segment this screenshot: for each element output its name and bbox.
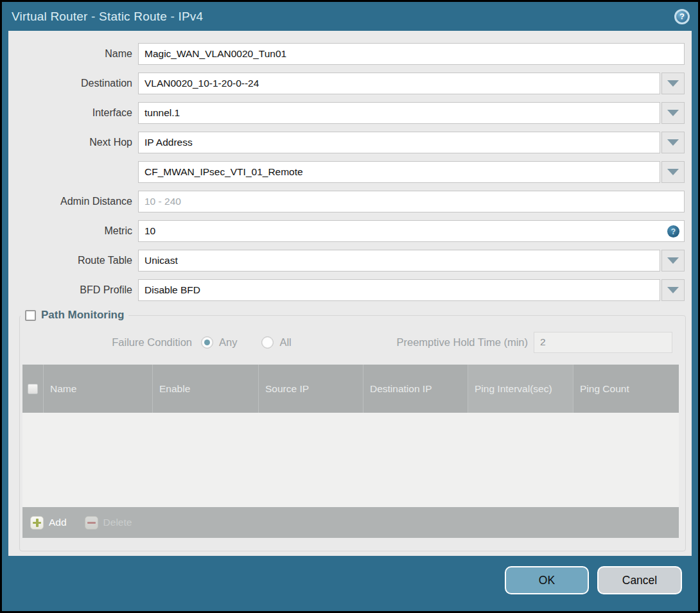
interface-input[interactable]: [138, 102, 660, 124]
path-monitoring-checkbox[interactable]: [25, 310, 36, 321]
add-button[interactable]: Add: [30, 516, 67, 530]
next-hop-dropdown-button[interactable]: [661, 132, 685, 153]
failure-condition-any-radio[interactable]: [201, 336, 213, 349]
cancel-button[interactable]: Cancel: [597, 566, 682, 594]
chevron-down-icon: [667, 139, 679, 146]
bfd-profile-dropdown-button[interactable]: [661, 279, 685, 301]
add-button-label: Add: [49, 517, 67, 528]
interface-row: Interface: [8, 102, 692, 124]
bfd-profile-fieldwrap: [138, 279, 685, 301]
chevron-down-icon: [667, 80, 679, 87]
minus-icon: [85, 516, 98, 530]
failure-condition-all-radio[interactable]: [261, 336, 274, 349]
column-header-enable[interactable]: Enable: [152, 365, 258, 413]
destination-fieldwrap: [138, 73, 685, 94]
chevron-down-icon: [667, 110, 679, 116]
metric-label: Metric: [8, 225, 138, 237]
route-table-fieldwrap: [138, 250, 685, 272]
next-hop-address-input[interactable]: [138, 161, 660, 183]
dialog-titlebar: Virtual Router - Static Route - IPv4 ?: [2, 2, 698, 31]
dialog-body: Name Destination Interface Next Hop: [8, 31, 692, 556]
next-hop-row: Next Hop: [8, 132, 692, 153]
help-icon[interactable]: ?: [674, 9, 690, 24]
route-table-dropdown-button[interactable]: [661, 250, 685, 272]
failure-condition-any-label: Any: [219, 336, 237, 349]
preemptive-hold-time-input: [534, 332, 672, 353]
dialog-title: Virtual Router - Static Route - IPv4: [12, 10, 203, 24]
admin-distance-label: Admin Distance: [8, 196, 138, 207]
metric-fieldwrap: ?: [138, 220, 685, 242]
failure-condition-all-label: All: [279, 336, 291, 349]
column-header-ping-interval[interactable]: Ping Interval(sec): [468, 365, 573, 413]
static-route-dialog: Virtual Router - Static Route - IPv4 ? N…: [2, 2, 698, 611]
failure-condition-label: Failure Condition: [20, 336, 192, 349]
next-hop-address-fieldwrap: [138, 161, 685, 183]
delete-button[interactable]: Delete: [85, 516, 132, 530]
next-hop-address-dropdown-button[interactable]: [661, 161, 685, 183]
next-hop-label: Next Hop: [8, 137, 138, 148]
metric-info-icon[interactable]: ?: [667, 225, 679, 237]
column-header-source-ip[interactable]: Source IP: [258, 365, 363, 413]
interface-dropdown-button[interactable]: [661, 102, 685, 124]
preemptive-hold-time-label: Preemptive Hold Time (min): [397, 336, 534, 349]
route-table-label: Route Table: [8, 255, 138, 266]
name-row: Name: [8, 43, 692, 65]
delete-button-label: Delete: [103, 517, 132, 528]
chevron-down-icon: [667, 257, 679, 264]
select-all-checkbox[interactable]: [28, 384, 38, 394]
path-monitoring-title: Path Monitoring: [41, 309, 124, 322]
table-toolbar: Add Delete: [22, 507, 679, 538]
path-monitoring-legend: Path Monitoring: [21, 309, 128, 322]
route-table-row: Route Table: [8, 250, 692, 272]
column-header-destination-ip[interactable]: Destination IP: [363, 365, 468, 413]
name-input[interactable]: [138, 43, 685, 65]
select-all-header-cell: [22, 365, 43, 413]
destination-label: Destination: [8, 78, 138, 89]
path-monitoring-table: Name Enable Source IP Destination IP Pin…: [22, 365, 679, 538]
next-hop-type-input[interactable]: [138, 132, 660, 153]
admin-distance-input[interactable]: [138, 191, 685, 212]
preemptive-hold-time-group: Preemptive Hold Time (min): [397, 332, 672, 353]
admin-distance-row: Admin Distance: [8, 191, 692, 212]
failure-condition-row: Failure Condition Any All Preemptive Hol…: [20, 331, 685, 353]
column-header-name[interactable]: Name: [43, 365, 152, 413]
destination-input[interactable]: [138, 73, 660, 94]
interface-label: Interface: [8, 107, 138, 119]
chevron-down-icon: [667, 169, 679, 175]
bfd-profile-row: BFD Profile: [8, 279, 692, 301]
next-hop-address-row: [8, 161, 692, 183]
column-header-ping-count[interactable]: Ping Count: [573, 365, 679, 413]
dialog-footer: OK Cancel: [8, 556, 692, 611]
metric-row: Metric ?: [8, 220, 692, 242]
name-label: Name: [8, 48, 138, 60]
name-fieldwrap: [138, 43, 685, 65]
table-header-row: Name Enable Source IP Destination IP Pin…: [22, 365, 679, 413]
chevron-down-icon: [667, 287, 679, 293]
route-table-input[interactable]: [138, 250, 660, 272]
ok-button[interactable]: OK: [505, 566, 589, 594]
bfd-profile-label: BFD Profile: [8, 284, 138, 296]
interface-fieldwrap: [138, 102, 685, 124]
admin-distance-fieldwrap: [138, 191, 685, 212]
metric-input[interactable]: [138, 220, 685, 242]
destination-row: Destination: [8, 73, 692, 94]
bfd-profile-input[interactable]: [138, 279, 660, 301]
path-monitoring-section: Path Monitoring Failure Condition Any Al…: [19, 309, 686, 551]
plus-icon: [30, 516, 44, 530]
screen: { "dialog": { "title": "Virtual Router -…: [0, 0, 700, 613]
destination-dropdown-button[interactable]: [661, 73, 685, 94]
next-hop-fieldwrap: [138, 132, 685, 153]
table-body-empty: [22, 413, 679, 507]
